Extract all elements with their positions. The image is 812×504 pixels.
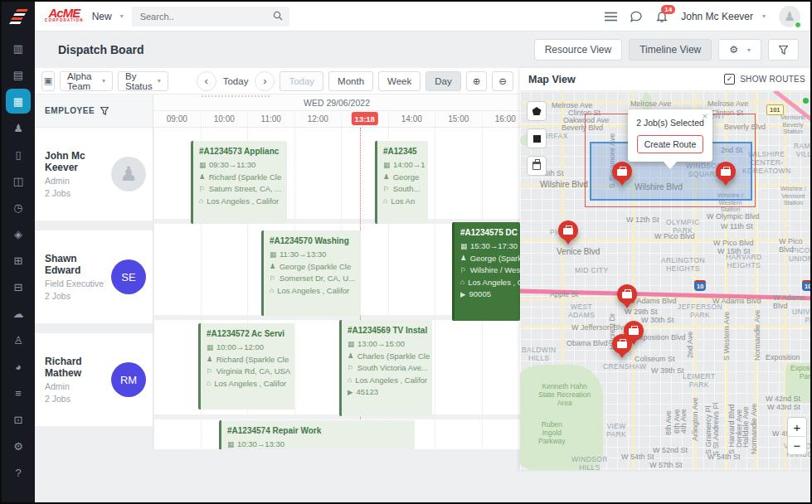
job-marker-icon[interactable]	[612, 334, 632, 354]
job-address: South...	[393, 184, 421, 193]
sidebar-item-settings-icon[interactable]: ⚙	[2, 433, 35, 459]
sidebar-item-help-icon[interactable]: ?	[2, 459, 35, 486]
next-day-button[interactable]: ›	[255, 71, 275, 91]
map-label: W 57th St	[649, 461, 683, 469]
app-window: ▥▤▦♟▯◫◷◈⊞⊟☁♙◕≡⊡⚙? AcME CORPORATION New ▾	[0, 0, 812, 504]
sidebar-item-estimates-icon[interactable]: ⊞	[2, 247, 35, 274]
sidebar-item-cloud-sync-icon[interactable]: ☁	[2, 300, 35, 327]
timeline-view-button[interactable]: Timeline View	[629, 39, 712, 61]
search-input[interactable]	[132, 7, 289, 27]
chat-icon[interactable]	[630, 11, 643, 22]
sidebar-item-monitor-icon[interactable]: ⊡	[2, 406, 35, 433]
zoom-in-button[interactable]: ⊕	[466, 71, 488, 91]
employee-row[interactable]: Shawn Edward Field Executive 2 Jobs SE	[35, 230, 153, 323]
pentagon-icon	[532, 107, 542, 115]
job-marker-icon[interactable]	[617, 284, 637, 304]
employee-row[interactable]: Richard Mathew Admin 2 Jobs RM	[35, 333, 153, 426]
calendar-icon: ▦	[199, 161, 206, 169]
time-tick: 14:00	[388, 111, 435, 127]
search-icon[interactable]	[273, 11, 283, 21]
sidebar-item-jobs-icon[interactable]: ▤	[2, 61, 35, 88]
sidebar-item-mobile-app-icon[interactable]: ▯	[2, 141, 35, 167]
map-label: ARLINGTON HEIGHTS	[661, 257, 705, 274]
sidebar-item-customers-icon[interactable]: ♟	[2, 114, 35, 141]
polygon-draw-tool[interactable]	[527, 101, 547, 121]
city-icon: ⌂	[383, 196, 387, 205]
sidebar: ▥▤▦♟▯◫◷◈⊞⊟☁♙◕≡⊡⚙?	[2, 2, 35, 502]
job-card[interactable]: #A1234573 Applianc ▦09:30→11:30 ♟Richard…	[191, 141, 287, 224]
collapse-panel-button[interactable]: ▣	[41, 71, 55, 91]
employee-jobs-count: 2 Jobs	[45, 394, 111, 404]
close-icon[interactable]: ×	[703, 111, 707, 121]
avatar: SE	[111, 259, 146, 294]
sidebar-item-dispatch-board-icon[interactable]: ▦	[6, 89, 31, 114]
job-card[interactable]: #A1234569 TV Instal ▦13:00→15:00 ♟Charle…	[339, 320, 432, 416]
sidebar-item-tags-icon[interactable]: ◈	[2, 220, 35, 247]
avatar[interactable]: ♟	[779, 6, 800, 27]
map-canvas[interactable]: × 2 Job(s) Selected Create Route + − Mel…	[520, 91, 812, 470]
bell-icon[interactable]: 14	[656, 10, 668, 22]
delete-selection-tool[interactable]	[527, 156, 547, 176]
job-card[interactable]: #A12345 ▦14:00→1 ♟George ⚐South... ⌂Los …	[375, 141, 428, 224]
list-icon[interactable]	[605, 12, 617, 22]
job-zip: 45123	[357, 387, 378, 396]
employee-role: Admin	[45, 176, 111, 186]
selection-count: 2 Job(s) Selected	[633, 118, 707, 128]
new-button[interactable]: New ▾	[92, 11, 124, 22]
map-label: Melrose Ave	[630, 99, 671, 108]
map-label: W 11th St	[721, 222, 753, 230]
week-view-button[interactable]: Week	[378, 71, 421, 91]
settings-dropdown-button[interactable]: ⚙ ▾	[718, 39, 761, 61]
calendar-icon: ▦	[460, 242, 467, 250]
brand-subtext: CORPORATION	[45, 17, 84, 24]
chevron-down-icon: ▾	[747, 46, 751, 54]
month-view-button[interactable]: Month	[328, 71, 373, 91]
sidebar-item-integrations-icon[interactable]: ≡	[2, 380, 35, 406]
prev-day-button[interactable]: ‹	[197, 71, 216, 91]
map-label: RAMPART VILLAGE	[794, 143, 812, 159]
map-zoom-in-button[interactable]: +	[788, 418, 806, 436]
job-marker-icon[interactable]	[612, 162, 632, 182]
job-card[interactable]: #A1234570 Washing ▦11:30→13:30 ♟George (…	[261, 230, 361, 316]
sidebar-item-timesheet-icon[interactable]: ◷	[2, 194, 35, 220]
resource-view-button[interactable]: Resource View	[534, 39, 622, 61]
status-select[interactable]: By Status ▾	[118, 71, 168, 91]
sidebar-item-reports-icon[interactable]: ◕	[2, 353, 35, 380]
page-title: Dispatch Board	[58, 43, 143, 56]
job-card[interactable]: #A1234572 Ac Servi ▦10:00→12:00 ♟Richard…	[198, 323, 294, 410]
filter-button[interactable]	[768, 39, 799, 61]
job-marker-icon[interactable]	[716, 162, 736, 182]
job-marker-icon[interactable]	[558, 220, 578, 240]
job-id: #A1234572 Ac Servi	[207, 329, 289, 338]
map-label: JEFFERSON PARK	[678, 303, 722, 320]
rectangle-draw-tool[interactable]	[527, 128, 547, 148]
map-label: Exposition	[766, 353, 800, 361]
checkbox-checked-icon[interactable]: ✓	[724, 74, 735, 85]
sidebar-item-dashboard-icon[interactable]: ▥	[2, 35, 35, 61]
job-card-selected[interactable]: #A1234575 DC S ▦15:30→17:30 ♟George (Spa…	[452, 222, 520, 321]
job-address: Virginia Rd, CA, USA	[216, 366, 291, 376]
employee-row[interactable]: John Mc Keever Admin 2 Jobs ♟	[35, 128, 153, 220]
user-menu[interactable]: John Mc Keever ▾	[681, 11, 766, 22]
zoom-out-button[interactable]: ⊖	[492, 71, 513, 91]
sidebar-item-documents-icon[interactable]: ⊟	[2, 274, 35, 300]
funnel-icon[interactable]	[100, 107, 109, 115]
job-technician: George	[393, 172, 420, 182]
create-route-button[interactable]: Create Route	[637, 135, 703, 153]
sidebar-item-service-map-icon[interactable]: ◫	[2, 167, 35, 194]
map-label: PICO UNION	[789, 247, 812, 264]
team-select[interactable]: Alpha Team ▾	[60, 71, 113, 91]
today-button[interactable]: Today	[280, 71, 323, 91]
calendar-icon: ▦	[270, 250, 276, 259]
app-logo-icon[interactable]	[2, 2, 35, 32]
acme-logo[interactable]: AcME CORPORATION	[45, 9, 84, 24]
map-label: OLYMPIC PARK	[666, 219, 699, 235]
job-card[interactable]: #A1234574 Repair Work ▦10:30→13:30	[219, 420, 415, 449]
day-view-button[interactable]: Day	[425, 71, 460, 91]
calendar-icon: ▦	[227, 440, 234, 448]
map-zoom-out-button[interactable]: −	[788, 436, 806, 454]
show-routes-toggle[interactable]: ✓ SHOW ROUTES	[724, 74, 805, 85]
selection-popup: × 2 Job(s) Selected Create Route	[628, 109, 712, 162]
schedule-rows[interactable]: #A1234573 Applianc ▦09:30→11:30 ♟Richard…	[153, 128, 520, 449]
sidebar-item-team-icon[interactable]: ♙	[2, 327, 35, 353]
